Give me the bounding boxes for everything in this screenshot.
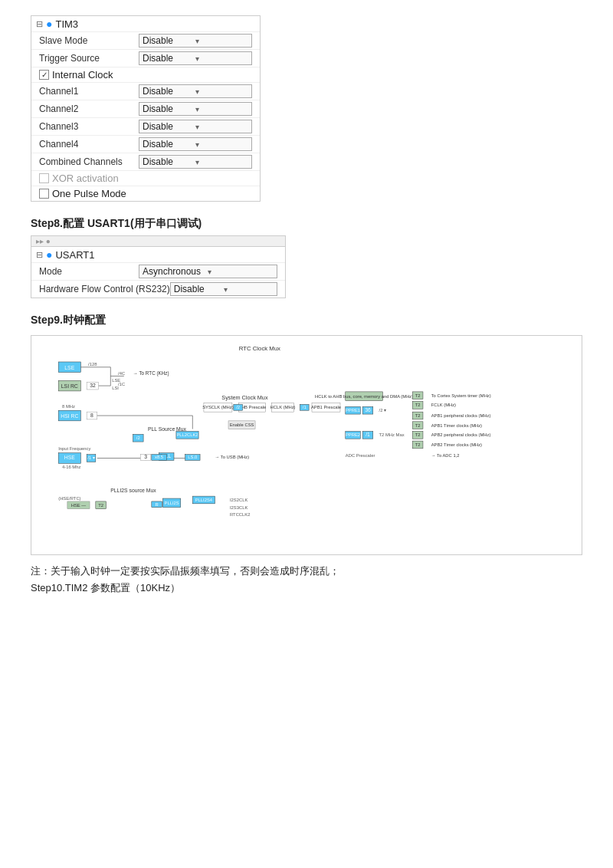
- svg-text:→ To RTC (KHz): → To RTC (KHz): [133, 370, 169, 376]
- tree-collapse-icon[interactable]: ⊟: [36, 19, 43, 29]
- step8-heading: Step8.配置 USART1(用于串口调试): [31, 217, 582, 231]
- channel1-arrow: ▾: [195, 87, 248, 96]
- channel2-select[interactable]: Disable ▾: [139, 102, 252, 116]
- channel4-label: Channel4: [39, 139, 139, 150]
- svg-text:System Clock Mux: System Clock Mux: [221, 394, 268, 401]
- channel2-row: Channel2 Disable ▾: [31, 100, 260, 117]
- svg-text:ADC Prescaler: ADC Prescaler: [346, 453, 375, 458]
- channel4-arrow: ▾: [195, 140, 248, 149]
- internal-clock-row: ✓ Internal Clock: [31, 67, 260, 82]
- trigger-source-value: Disable: [143, 53, 195, 64]
- channel1-row: Channel1 Disable ▾: [31, 82, 260, 100]
- channel1-select[interactable]: Disable ▾: [139, 84, 252, 98]
- usart1-mode-arrow: ▾: [208, 268, 273, 276]
- channel4-value: Disable: [143, 139, 195, 150]
- step9-heading: Step9.时钟配置: [31, 314, 582, 327]
- svg-text:/1 ▾: /1 ▾: [87, 455, 94, 460]
- trigger-source-row: Trigger Source Disable ▾: [31, 49, 260, 67]
- usart1-mode-select[interactable]: Asynchronous ▾: [139, 265, 277, 278]
- svg-text:RTC Clock Mux: RTC Clock Mux: [239, 345, 280, 352]
- channel4-select[interactable]: Disable ▾: [139, 137, 252, 151]
- svg-text:LSI RC: LSI RC: [61, 383, 78, 389]
- svg-text:Input Frequency: Input Frequency: [58, 446, 90, 451]
- svg-text:PLL2CLK2: PLL2CLK2: [176, 432, 198, 437]
- svg-text:8: 8: [90, 413, 93, 418]
- svg-text:SYSCLK (MHz): SYSCLK (MHz): [202, 405, 234, 409]
- svg-text:Enable CSS: Enable CSS: [230, 422, 254, 427]
- svg-text:x8.5: x8.5: [155, 455, 163, 459]
- svg-text:PPRE2: PPRE2: [346, 432, 360, 437]
- one-pulse-mode-checkbox[interactable]: [39, 189, 49, 199]
- svg-text:HCLK to AHB bus, core, memory : HCLK to AHB bus, core, memory and DMA (M…: [315, 394, 413, 399]
- combined-channels-arrow: ▾: [195, 158, 248, 166]
- slave-mode-label: Slave Mode: [39, 35, 139, 46]
- svg-text:LS.0: LS.0: [188, 455, 198, 459]
- clock-section: RTC Clock Mux LSE LSI RC 32 /128 LSE LSI…: [31, 335, 582, 555]
- svg-text:/2: /2: [236, 405, 240, 409]
- svg-text:I2S2CLK: I2S2CLK: [230, 498, 247, 502]
- svg-text:T2: T2: [415, 423, 421, 428]
- slave-mode-row: Slave Mode Disable ▾: [31, 31, 260, 49]
- svg-text:HSE —: HSE —: [71, 503, 87, 508]
- tim3-panel: ⊟ ● TIM3 Slave Mode Disable ▾ Trigger So…: [31, 15, 261, 202]
- usart1-mode-label: Mode: [39, 266, 139, 277]
- svg-text:→ To USB (MHz): → To USB (MHz): [215, 455, 250, 459]
- one-pulse-mode-label: One Pulse Mode: [52, 188, 126, 199]
- channel1-label: Channel1: [39, 86, 139, 97]
- usart1-dot: ●: [46, 248, 52, 261]
- svg-text:/128: /128: [88, 362, 97, 367]
- svg-text:/1: /1: [366, 432, 370, 437]
- svg-text:PLLI2S source Mux: PLLI2S source Mux: [110, 488, 156, 493]
- usart1-title: USART1: [55, 249, 94, 261]
- slave-mode-arrow: ▾: [195, 37, 248, 45]
- svg-text:PLLI2S4: PLLI2S4: [195, 498, 213, 502]
- usart1-hwflow-label: Hardware Flow Control (RS232): [39, 284, 170, 294]
- channel4-row: Channel4 Disable ▾: [31, 135, 260, 153]
- internal-clock-label: Internal Clock: [52, 69, 113, 81]
- channel2-arrow: ▾: [195, 105, 248, 113]
- usart1-breadcrumb: ▸▸ ●: [36, 237, 51, 245]
- svg-text:APB2 Timer clocks (MHz): APB2 Timer clocks (MHz): [431, 442, 482, 447]
- note-line2: Step10.TIM2 参数配置（10KHz）: [31, 580, 582, 597]
- svg-text:(HSE/RTC): (HSE/RTC): [58, 496, 80, 501]
- xor-activation-row: XOR activation: [31, 170, 260, 186]
- combined-channels-select[interactable]: Disable ▾: [139, 155, 252, 169]
- trigger-source-arrow: ▾: [195, 54, 248, 63]
- svg-text:/2 ▾: /2 ▾: [379, 408, 386, 413]
- svg-text:T2 MHz Max: T2 MHz Max: [379, 432, 405, 437]
- slave-mode-value: Disable: [143, 35, 195, 46]
- svg-text:T2: T2: [415, 403, 421, 407]
- svg-text:32: 32: [90, 383, 96, 388]
- svg-text:APB2 peripheral clocks (MHz): APB2 peripheral clocks (MHz): [431, 432, 491, 437]
- channel3-value: Disable: [143, 121, 195, 132]
- svg-text:HSE: HSE: [64, 455, 75, 460]
- tim3-title-row: ⊟ ● TIM3: [31, 16, 260, 31]
- svg-text:T2: T2: [415, 413, 421, 418]
- trigger-source-select[interactable]: Disable ▾: [139, 51, 252, 65]
- usart1-title-row: ⊟ ● USART1: [31, 247, 285, 262]
- svg-text:APB1 Prescale: APB1 Prescale: [311, 405, 341, 409]
- usart1-collapse-icon[interactable]: ⊟: [36, 250, 43, 260]
- svg-text:PLLI2S: PLLI2S: [165, 501, 179, 505]
- channel3-select[interactable]: Disable ▾: [139, 120, 252, 133]
- svg-text:LSE: LSE: [64, 365, 74, 370]
- channel2-label: Channel2: [39, 104, 139, 114]
- one-pulse-mode-row: One Pulse Mode: [31, 186, 260, 201]
- usart1-hwflow-select[interactable]: Disable ▾: [170, 282, 277, 296]
- svg-text:HSI RC: HSI RC: [61, 413, 78, 419]
- clock-svg: RTC Clock Mux LSE LSI RC 32 /128 LSE LSI…: [36, 340, 582, 547]
- slave-mode-select[interactable]: Disable ▾: [139, 34, 252, 48]
- svg-text:/4C: /4C: [118, 371, 125, 376]
- internal-clock-checkbox[interactable]: ✓: [39, 70, 49, 80]
- svg-text:To Cortex System timer (MHz): To Cortex System timer (MHz): [431, 393, 491, 398]
- tim3-title: TIM3: [55, 18, 78, 30]
- combined-channels-row: Combined Channels Disable ▾: [31, 153, 260, 170]
- usart1-header-line: ▸▸ ●: [31, 236, 285, 247]
- usart1-panel: ▸▸ ● ⊟ ● USART1 Mode Asynchronous ▾ Hard…: [31, 235, 286, 298]
- xor-activation-checkbox[interactable]: [39, 173, 49, 183]
- xor-activation-label: XOR activation: [52, 173, 119, 184]
- svg-text:T2: T2: [415, 442, 421, 447]
- svg-text:R: R: [156, 502, 159, 507]
- svg-text:4-16 Mhz: 4-16 Mhz: [62, 465, 80, 469]
- svg-text:T2: T2: [415, 393, 421, 398]
